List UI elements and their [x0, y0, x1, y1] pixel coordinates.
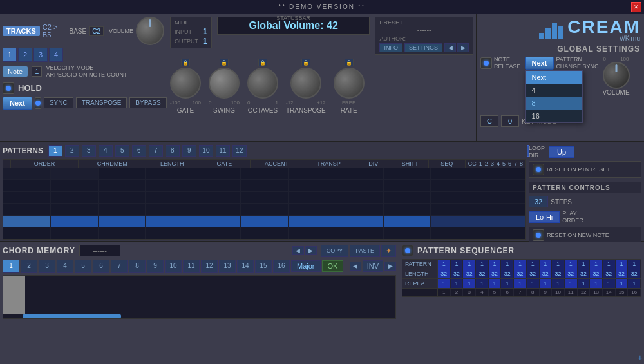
ps-l-16[interactable]: 32 [628, 269, 641, 278]
ps-r-16[interactable]: 1 [628, 279, 641, 288]
transpose-button[interactable]: TRANSPOSE [76, 97, 128, 108]
ps-p-8[interactable]: 1 [527, 260, 540, 269]
ps-p-13[interactable]: 1 [590, 260, 603, 269]
cm-next-btn-2[interactable]: ▶ [384, 262, 396, 271]
pattern-btn-1[interactable]: 1 [48, 145, 62, 157]
pattern-btn-4[interactable]: 4 [99, 145, 113, 157]
note-button[interactable]: Note [3, 66, 28, 77]
bypass-button[interactable]: BYPASS [129, 97, 166, 108]
lo-hi-button[interactable]: Lo-Hi [529, 211, 560, 223]
rate-knob[interactable] [334, 68, 365, 99]
sync-power-btn[interactable] [35, 97, 41, 109]
pattern-btn-11[interactable]: 11 [216, 145, 230, 157]
ps-p-2[interactable]: 1 [451, 260, 464, 269]
chord-btn-3[interactable]: 3 [39, 260, 55, 273]
ps-p-10[interactable]: 1 [552, 260, 565, 269]
rate-lock[interactable]: 🔒 [345, 59, 354, 66]
chord-btn-1[interactable]: 1 [3, 260, 19, 273]
pattern-btn-10[interactable]: 10 [199, 145, 213, 157]
info-button[interactable]: INFO [379, 43, 402, 52]
chord-btn-6[interactable]: 6 [93, 260, 109, 273]
octaves-lock[interactable]: 🔒 [258, 59, 267, 66]
chord-btn-2[interactable]: 2 [21, 260, 37, 273]
cm-clear-btn[interactable]: ✦ [381, 245, 396, 257]
chord-btn-8[interactable]: 8 [129, 260, 146, 273]
wk-34[interactable] [24, 276, 25, 318]
cm-prev-btn[interactable]: ◀ [292, 246, 304, 255]
piano-scroll-thumb[interactable] [23, 314, 120, 318]
cm-next-btn[interactable]: ▶ [305, 246, 317, 255]
swing-knob[interactable] [209, 68, 240, 99]
ps-l-2[interactable]: 32 [451, 269, 464, 278]
chord-btn-11[interactable]: 11 [183, 260, 200, 273]
ps-l-6[interactable]: 32 [501, 269, 514, 278]
ps-r-1[interactable]: 1 [438, 279, 451, 288]
ps-l-1[interactable]: 32 [438, 269, 451, 278]
ps-p-3[interactable]: 1 [463, 260, 476, 269]
ps-l-3[interactable]: 32 [463, 269, 476, 278]
pattern-btn-8[interactable]: 8 [166, 145, 180, 157]
pcs-item-8[interactable]: 8 [526, 97, 582, 110]
cm-copy-btn[interactable]: COPY [321, 245, 349, 257]
ps-r-6[interactable]: 1 [501, 279, 514, 288]
ps-l-11[interactable]: 32 [565, 269, 578, 278]
ps-power-btn[interactable] [402, 245, 413, 256]
pcs-item-16[interactable]: 16 [526, 110, 582, 122]
pattern-btn-9[interactable]: 9 [182, 145, 196, 157]
close-button[interactable]: ✕ [631, 2, 641, 12]
chord-mode-select[interactable]: Major [291, 260, 321, 272]
ps-p-14[interactable]: 1 [603, 260, 616, 269]
ps-l-15[interactable]: 32 [616, 269, 629, 278]
ps-r-10[interactable]: 1 [552, 279, 565, 288]
ps-r-9[interactable]: 1 [540, 279, 553, 288]
chord-btn-16[interactable]: 16 [273, 260, 290, 273]
ps-l-12[interactable]: 32 [578, 269, 591, 278]
ps-p-15[interactable]: 1 [616, 260, 629, 269]
ps-p-6[interactable]: 1 [501, 260, 514, 269]
pcs-item-next[interactable]: Next [526, 71, 582, 84]
track-btn-4[interactable]: 4 [49, 48, 63, 62]
next-button-pcs[interactable]: Next [525, 57, 554, 70]
preset-next-btn[interactable]: ▶ [457, 43, 469, 52]
global-volume-knob[interactable] [603, 62, 630, 89]
ps-l-4[interactable]: 32 [476, 269, 489, 278]
ps-l-13[interactable]: 32 [590, 269, 603, 278]
ps-r-4[interactable]: 1 [476, 279, 489, 288]
ps-p-1[interactable]: 1 [438, 260, 451, 269]
transpose-knob[interactable] [290, 68, 321, 99]
gate-knob[interactable] [170, 68, 201, 99]
ps-r-15[interactable]: 1 [616, 279, 629, 288]
hold-power-btn[interactable] [3, 82, 14, 94]
piano-scrollbar[interactable] [3, 314, 395, 318]
chord-btn-9[interactable]: 9 [147, 260, 164, 273]
ps-r-8[interactable]: 1 [527, 279, 540, 288]
pattern-btn-5[interactable]: 5 [115, 145, 129, 157]
ps-l-9[interactable]: 32 [540, 269, 553, 278]
ps-l-14[interactable]: 32 [603, 269, 616, 278]
track-btn-3[interactable]: 3 [33, 48, 48, 62]
sync-button[interactable]: SYNC [44, 97, 73, 108]
octaves-knob[interactable] [247, 68, 278, 99]
chord-btn-7[interactable]: 7 [111, 260, 128, 273]
ps-p-11[interactable]: 1 [565, 260, 578, 269]
ps-l-7[interactable]: 32 [514, 269, 527, 278]
ps-r-5[interactable]: 1 [489, 279, 502, 288]
next-button-left[interactable]: Next [3, 97, 32, 110]
ps-l-8[interactable]: 32 [527, 269, 540, 278]
ps-r-7[interactable]: 1 [514, 279, 527, 288]
chord-btn-15[interactable]: 15 [255, 260, 272, 273]
plus-button[interactable]: + [638, 352, 643, 363]
volume-knob[interactable] [136, 17, 164, 45]
ps-p-9[interactable]: 1 [540, 260, 553, 269]
pattern-btn-7[interactable]: 7 [149, 145, 163, 157]
pattern-btn-3[interactable]: 3 [82, 145, 96, 157]
ps-r-14[interactable]: 1 [603, 279, 616, 288]
ps-p-16[interactable]: 1 [628, 260, 641, 269]
reset-new-note-power-btn[interactable] [533, 229, 544, 241]
pcs-dropdown[interactable]: Next 4 8 16 [525, 70, 583, 123]
chord-btn-10[interactable]: 10 [165, 260, 182, 273]
ps-p-7[interactable]: 1 [514, 260, 527, 269]
track-btn-1[interactable]: 1 [3, 48, 17, 62]
chord-btn-4[interactable]: 4 [57, 260, 73, 273]
swing-lock[interactable]: 🔒 [220, 59, 229, 66]
